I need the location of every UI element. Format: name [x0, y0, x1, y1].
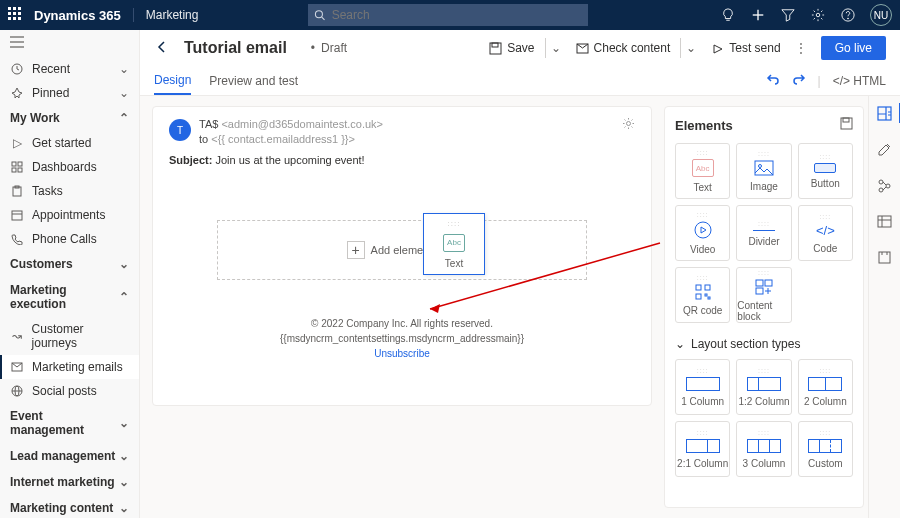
layout-section-header[interactable]: ⌄Layout section types [675, 337, 853, 351]
tab-design[interactable]: Design [154, 67, 191, 95]
cmd-label: Test send [729, 41, 780, 55]
svg-line-1 [322, 17, 325, 20]
tile-video[interactable]: ::::Video [675, 205, 730, 261]
nav-appointments[interactable]: Appointments [0, 203, 139, 227]
nav-label: Lead management [10, 449, 115, 463]
html-label: HTML [853, 74, 886, 88]
nav-phonecalls[interactable]: Phone Calls [0, 227, 139, 251]
svg-rect-41 [765, 280, 772, 286]
layout-icon [686, 439, 720, 453]
svg-rect-31 [843, 118, 849, 122]
dragging-text-tile[interactable]: :::: Abc Text [423, 213, 485, 275]
save-button[interactable]: Save [483, 37, 540, 59]
tile-button[interactable]: ::::Button [798, 143, 853, 199]
tile-divider[interactable]: ::::Divider [736, 205, 791, 261]
undo-button[interactable] [766, 72, 780, 89]
tile-text[interactable]: ::::AbcText [675, 143, 730, 199]
nav-pinned[interactable]: Pinned⌄ [0, 81, 139, 105]
nav-recent[interactable]: Recent⌄ [0, 57, 139, 81]
check-content-button[interactable]: Check content [570, 37, 677, 59]
nav-eventmgmt[interactable]: Event management⌄ [0, 403, 139, 443]
svg-point-34 [695, 222, 711, 238]
tile-code[interactable]: ::::</>Code [798, 205, 853, 261]
nav-dashboards[interactable]: Dashboards [0, 155, 139, 179]
nav-label: Customers [10, 257, 73, 271]
divider-icon [753, 230, 775, 231]
unsubscribe-link[interactable]: Unsubscribe [374, 348, 430, 359]
svg-point-46 [879, 188, 883, 192]
nav-internetmkt[interactable]: Internet marketing⌄ [0, 469, 139, 495]
from-address: <admin@d365domaintest.co.uk> [221, 118, 383, 130]
rail-styles-icon[interactable] [877, 142, 892, 160]
rail-history-icon[interactable] [877, 214, 892, 232]
sender-avatar: T [169, 119, 191, 141]
tile-image[interactable]: ::::Image [736, 143, 791, 199]
hamburger-icon[interactable] [0, 30, 139, 57]
test-send-button[interactable]: Test send [705, 37, 786, 59]
nav-mywork[interactable]: My Work⌃ [0, 105, 139, 131]
nav-marketingemails[interactable]: Marketing emails [0, 355, 139, 379]
email-canvas[interactable]: T TA$ <admin@d365domaintest.co.uk> to <{… [152, 106, 652, 406]
tile-label: QR code [683, 305, 722, 316]
tile-content-block[interactable]: ::::Content block [736, 267, 791, 323]
header-settings-icon[interactable] [622, 117, 635, 133]
tile-label: Text [445, 258, 463, 269]
rail-elements-icon[interactable] [877, 106, 892, 124]
lightbulb-icon[interactable] [720, 7, 736, 23]
nav-getstarted[interactable]: ▷Get started [0, 131, 139, 155]
rail-links-icon[interactable] [877, 178, 892, 196]
add-element-icon[interactable]: + [347, 241, 365, 259]
add-icon[interactable] [750, 7, 766, 23]
back-button[interactable] [154, 39, 170, 58]
drop-zone[interactable]: + Add element here :::: Abc Text [217, 220, 587, 280]
panel-save-icon[interactable] [840, 117, 853, 133]
global-search[interactable] [308, 4, 588, 26]
subject-line[interactable]: Subject: Join us at the upcoming event! [169, 154, 635, 166]
nav-mktcontent[interactable]: Marketing content⌄ [0, 495, 139, 518]
tile-label: Divider [748, 236, 779, 247]
nav-marketingexec[interactable]: Marketing execution⌃ [0, 277, 139, 317]
nav-socialposts[interactable]: Social posts [0, 379, 139, 403]
more-commands[interactable]: ⋮ [791, 41, 811, 55]
nav-label: Internet marketing [10, 475, 115, 489]
nav-label: Social posts [32, 384, 97, 398]
nav-customerjourneys[interactable]: ↝Customer journeys [0, 317, 139, 355]
go-live-button[interactable]: Go live [821, 36, 886, 60]
tab-preview[interactable]: Preview and test [209, 68, 298, 94]
nav-customers[interactable]: Customers⌄ [0, 251, 139, 277]
text-icon: Abc [692, 159, 714, 177]
layout-12col[interactable]: ::::1:2 Column [736, 359, 791, 415]
help-icon[interactable] [840, 7, 856, 23]
search-input[interactable] [332, 8, 583, 22]
layout-2col[interactable]: ::::2 Column [798, 359, 853, 415]
check-split[interactable]: ⌄ [680, 38, 701, 58]
redo-button[interactable] [792, 72, 806, 89]
play-icon: ▷ [10, 136, 24, 150]
nav-leadmgmt[interactable]: Lead management⌄ [0, 443, 139, 469]
layout-icon [686, 377, 720, 391]
nav-tasks[interactable]: Tasks [0, 179, 139, 203]
html-toggle[interactable]: </> HTML [833, 74, 886, 88]
rail-settings-icon[interactable] [877, 250, 892, 268]
user-avatar[interactable]: NU [870, 4, 892, 26]
content-block-icon [755, 279, 773, 295]
svg-point-33 [758, 165, 761, 168]
tile-label: 1:2 Column [738, 396, 789, 407]
layout-21col[interactable]: ::::2:1 Column [675, 421, 730, 477]
settings-icon[interactable] [810, 7, 826, 23]
svg-point-5 [816, 13, 820, 17]
search-icon [314, 9, 325, 21]
tile-qr[interactable]: ::::QR code [675, 267, 730, 323]
layout-3col[interactable]: ::::3 Column [736, 421, 791, 477]
panel-title: Elements [675, 118, 733, 133]
svg-rect-35 [696, 285, 701, 290]
subject-value: Join us at the upcoming event! [215, 154, 364, 166]
phone-icon [10, 232, 24, 246]
app-launcher[interactable] [8, 7, 24, 23]
nav-label: Phone Calls [32, 232, 97, 246]
cmd-label: Check content [594, 41, 671, 55]
layout-custom[interactable]: ::::Custom [798, 421, 853, 477]
layout-1col[interactable]: ::::1 Column [675, 359, 730, 415]
save-split[interactable]: ⌄ [545, 38, 566, 58]
filter-icon[interactable] [780, 7, 796, 23]
